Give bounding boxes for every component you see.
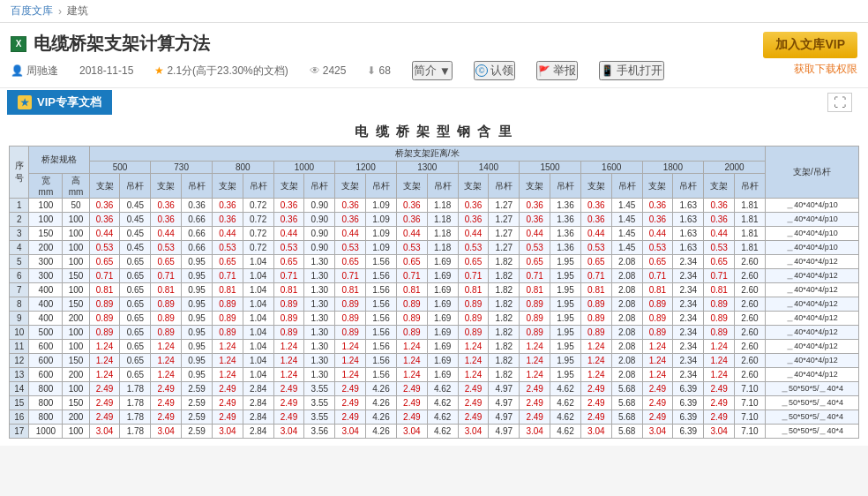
cell-value: 2.49 [580, 396, 611, 410]
cell-spec: ＿40*40*4/p12 [765, 312, 858, 326]
cell-value: 1.24 [212, 340, 243, 354]
cell-value: 0.89 [642, 326, 673, 340]
cell-height: 200 [63, 312, 89, 326]
cell-value: 2.34 [673, 312, 704, 326]
cell-value: 1.24 [335, 340, 366, 354]
cell-value: 4.97 [489, 425, 520, 439]
cell-value: 1.82 [489, 255, 520, 269]
phone-button[interactable]: 📱 手机打开 [599, 61, 664, 80]
cell-value: 4.62 [427, 410, 458, 425]
cell-value: 1.56 [366, 255, 397, 269]
cell-value: 3.04 [212, 425, 243, 439]
user-icon: 👤 [11, 64, 24, 77]
cell-value: 0.89 [89, 326, 120, 340]
recognize-button[interactable]: © 认领 [474, 61, 515, 80]
cell-value: 1.24 [458, 354, 489, 368]
cell-value: 0.71 [89, 269, 120, 283]
cell-value: 2.08 [611, 354, 642, 368]
cell-value: 2.60 [735, 269, 766, 283]
cell-value: 1.82 [489, 312, 520, 326]
cell-value: 0.44 [580, 227, 611, 241]
cell-value: 0.81 [580, 283, 611, 297]
cell-value: 0.89 [273, 312, 304, 326]
cell-value: 3.04 [520, 425, 550, 439]
cell-value: 0.90 [304, 227, 335, 241]
cell-value: 1.27 [489, 213, 520, 227]
cell-value: 0.65 [120, 326, 151, 340]
cell-value: 1.24 [704, 340, 735, 354]
cell-value: 2.49 [89, 382, 120, 396]
cell-value: 1.56 [366, 354, 397, 368]
cell-value: 0.89 [580, 326, 611, 340]
cell-value: 0.89 [580, 312, 611, 326]
cell-value: 4.97 [489, 396, 520, 410]
fullscreen-button[interactable]: ⛶ [827, 93, 852, 112]
cell-value: 2.59 [182, 396, 213, 410]
cell-value: 0.81 [458, 283, 489, 297]
cell-value: 3.55 [304, 410, 335, 425]
author-item: 👤 周驰逢 [11, 64, 58, 79]
cell-value: 0.44 [396, 227, 427, 241]
cell-value: 2.49 [212, 382, 243, 396]
cell-width: 400 [29, 283, 63, 297]
cell-value: 0.89 [642, 297, 673, 312]
report-button[interactable]: 🚩 举报 [536, 61, 578, 80]
col-500: 500 [89, 162, 151, 174]
cell-value: 0.81 [704, 283, 735, 297]
cell-width: 800 [29, 396, 63, 410]
cell-value: 4.26 [366, 382, 397, 396]
cell-value: 0.71 [458, 269, 489, 283]
cell-value: 2.49 [520, 410, 550, 425]
cell-width: 150 [29, 227, 63, 241]
cell-value: 2.49 [151, 410, 182, 425]
cell-value: 2.60 [735, 326, 766, 340]
cell-value: 2.49 [396, 410, 427, 425]
cell-value: 0.72 [243, 213, 273, 227]
cell-value: 2.60 [735, 340, 766, 354]
cell-value: 4.62 [427, 382, 458, 396]
row-num: 5 [10, 255, 29, 269]
cell-value: 3.04 [273, 425, 304, 439]
cell-value: 2.34 [673, 340, 704, 354]
cell-height: 100 [63, 425, 89, 439]
cell-value: 2.08 [611, 297, 642, 312]
cell-value: 0.65 [120, 255, 151, 269]
cell-value: 1.30 [304, 340, 335, 354]
vip-button[interactable]: 加入文库VIP [763, 32, 857, 58]
cell-value: 0.71 [151, 269, 182, 283]
cell-value: 0.90 [304, 241, 335, 255]
col-width: 宽mm [29, 174, 63, 199]
cell-value: 2.49 [335, 382, 366, 396]
table-title: 电 缆 桥 架 型 钢 含 里 [9, 124, 859, 140]
cell-value: 3.04 [335, 425, 366, 439]
cell-value: 1.24 [396, 354, 427, 368]
cell-value: 5.68 [611, 410, 642, 425]
cell-value: 1.24 [89, 368, 120, 382]
cell-value: 1.30 [304, 326, 335, 340]
cell-value: 2.34 [673, 269, 704, 283]
cell-value: 0.89 [335, 312, 366, 326]
page-header: X 电缆桥架支架计算方法 👤 周驰逢 2018-11-15 ★ 2.1分(高于2… [0, 23, 868, 88]
cell-height: 100 [63, 382, 89, 396]
cell-value: 2.49 [704, 382, 735, 396]
breadcrumb-root[interactable]: 百度文库 [11, 4, 53, 19]
cell-value: 2.49 [151, 396, 182, 410]
cell-value: 2.49 [273, 410, 304, 425]
cell-value: 0.71 [704, 269, 735, 283]
row-num: 7 [10, 283, 29, 297]
cell-value: 1.24 [89, 354, 120, 368]
cell-width: 300 [29, 269, 63, 283]
summary-button[interactable]: 简介 ▼ [412, 61, 453, 80]
table-row: 1710001003.041.783.042.593.042.843.043.5… [10, 425, 859, 439]
cell-value: 0.71 [212, 269, 243, 283]
cell-value: 0.65 [520, 255, 550, 269]
cell-value: 4.62 [427, 396, 458, 410]
cell-value: 2.49 [520, 396, 550, 410]
cell-value: 6.39 [673, 425, 704, 439]
rating-text: 2.1分(高于23.30%的文档) [167, 64, 288, 79]
cell-value: 1.24 [273, 354, 304, 368]
cell-value: 1.24 [642, 340, 673, 354]
recognize-icon: © [475, 64, 488, 77]
cell-value: 2.49 [580, 382, 611, 396]
cell-value: 0.89 [520, 326, 550, 340]
